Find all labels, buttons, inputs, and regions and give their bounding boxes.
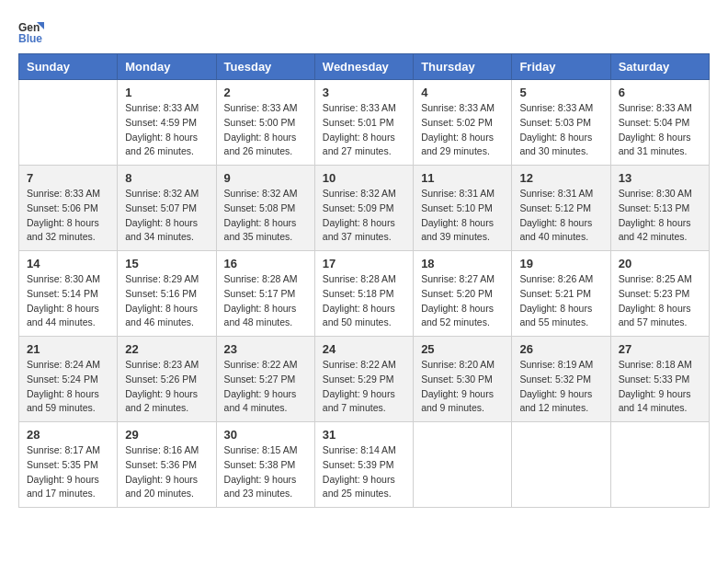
weekday-header-row: Sunday Monday Tuesday Wednesday Thursday… — [19, 54, 710, 80]
day-number: 22 — [125, 342, 208, 356]
calendar-cell: 22Sunrise: 8:23 AMSunset: 5:26 PMDayligh… — [118, 337, 216, 422]
day-detail: Sunrise: 8:31 AMSunset: 5:12 PMDaylight:… — [519, 188, 593, 242]
calendar-cell: 9Sunrise: 8:32 AMSunset: 5:08 PMDaylight… — [216, 166, 314, 251]
day-number: 6 — [619, 86, 701, 99]
calendar-cell — [512, 422, 610, 508]
day-number: 14 — [27, 257, 109, 270]
day-detail: Sunrise: 8:27 AMSunset: 5:20 PMDaylight:… — [421, 273, 495, 327]
calendar-cell: 15Sunrise: 8:29 AMSunset: 5:16 PMDayligh… — [118, 251, 216, 337]
calendar-cell: 13Sunrise: 8:30 AMSunset: 5:13 PMDayligh… — [610, 166, 709, 251]
calendar-cell: 11Sunrise: 8:31 AMSunset: 5:10 PMDayligh… — [414, 166, 512, 251]
day-detail: Sunrise: 8:24 AMSunset: 5:24 PMDaylight:… — [27, 359, 100, 413]
calendar-cell: 8Sunrise: 8:32 AMSunset: 5:07 PMDaylight… — [118, 166, 216, 251]
calendar-cell: 14Sunrise: 8:30 AMSunset: 5:14 PMDayligh… — [19, 251, 118, 337]
day-number: 26 — [519, 342, 602, 356]
calendar-cell: 17Sunrise: 8:28 AMSunset: 5:18 PMDayligh… — [314, 251, 413, 337]
day-number: 30 — [224, 428, 307, 442]
day-number: 19 — [519, 257, 602, 270]
day-detail: Sunrise: 8:33 AMSunset: 5:03 PMDaylight:… — [519, 102, 593, 156]
day-detail: Sunrise: 8:25 AMSunset: 5:23 PMDaylight:… — [619, 273, 692, 327]
logo: Gen Blue — [18, 18, 48, 44]
calendar-cell: 23Sunrise: 8:22 AMSunset: 5:27 PMDayligh… — [216, 337, 314, 422]
calendar-cell: 20Sunrise: 8:25 AMSunset: 5:23 PMDayligh… — [610, 251, 709, 337]
day-number: 27 — [619, 342, 701, 356]
calendar-cell: 28Sunrise: 8:17 AMSunset: 5:35 PMDayligh… — [19, 422, 118, 508]
calendar-cell: 5Sunrise: 8:33 AMSunset: 5:03 PMDaylight… — [512, 80, 610, 166]
calendar-cell: 27Sunrise: 8:18 AMSunset: 5:33 PMDayligh… — [610, 337, 709, 422]
day-number: 1 — [125, 86, 208, 99]
calendar-cell: 26Sunrise: 8:19 AMSunset: 5:32 PMDayligh… — [512, 337, 610, 422]
calendar-cell: 7Sunrise: 8:33 AMSunset: 5:06 PMDaylight… — [19, 166, 118, 251]
calendar-cell: 30Sunrise: 8:15 AMSunset: 5:38 PMDayligh… — [216, 422, 314, 508]
day-number: 11 — [421, 171, 504, 185]
header-tuesday: Tuesday — [216, 54, 314, 80]
day-number: 28 — [27, 428, 109, 442]
calendar-table: Sunday Monday Tuesday Wednesday Thursday… — [18, 53, 710, 508]
calendar-week-1: 1Sunrise: 8:33 AMSunset: 4:59 PMDaylight… — [19, 80, 710, 166]
calendar-cell: 1Sunrise: 8:33 AMSunset: 4:59 PMDaylight… — [118, 80, 216, 166]
calendar-cell: 29Sunrise: 8:16 AMSunset: 5:36 PMDayligh… — [118, 422, 216, 508]
day-detail: Sunrise: 8:33 AMSunset: 5:01 PMDaylight:… — [323, 102, 396, 156]
day-number: 21 — [27, 342, 109, 356]
day-number: 23 — [224, 342, 307, 356]
day-detail: Sunrise: 8:30 AMSunset: 5:13 PMDaylight:… — [619, 188, 692, 242]
calendar-cell: 18Sunrise: 8:27 AMSunset: 5:20 PMDayligh… — [414, 251, 512, 337]
day-detail: Sunrise: 8:16 AMSunset: 5:36 PMDaylight:… — [125, 444, 199, 499]
day-number: 24 — [323, 342, 405, 356]
calendar-cell — [414, 422, 512, 508]
day-detail: Sunrise: 8:33 AMSunset: 5:02 PMDaylight:… — [421, 102, 495, 156]
calendar-cell: 19Sunrise: 8:26 AMSunset: 5:21 PMDayligh… — [512, 251, 610, 337]
day-detail: Sunrise: 8:20 AMSunset: 5:30 PMDaylight:… — [421, 359, 495, 413]
header-monday: Monday — [118, 54, 216, 80]
day-detail: Sunrise: 8:22 AMSunset: 5:27 PMDaylight:… — [224, 359, 298, 413]
calendar-cell — [19, 80, 118, 166]
day-number: 12 — [519, 171, 602, 185]
calendar-cell: 31Sunrise: 8:14 AMSunset: 5:39 PMDayligh… — [314, 422, 413, 508]
header-saturday: Saturday — [610, 54, 709, 80]
day-number: 4 — [421, 86, 504, 99]
calendar-cell: 2Sunrise: 8:33 AMSunset: 5:00 PMDaylight… — [216, 80, 314, 166]
calendar-cell: 10Sunrise: 8:32 AMSunset: 5:09 PMDayligh… — [314, 166, 413, 251]
logo-icon: Gen Blue — [18, 18, 44, 44]
day-number: 13 — [619, 171, 701, 185]
header-friday: Friday — [512, 54, 610, 80]
day-number: 25 — [421, 342, 504, 356]
day-detail: Sunrise: 8:28 AMSunset: 5:18 PMDaylight:… — [323, 273, 396, 327]
day-detail: Sunrise: 8:26 AMSunset: 5:21 PMDaylight:… — [519, 273, 593, 327]
day-detail: Sunrise: 8:33 AMSunset: 5:04 PMDaylight:… — [619, 102, 692, 156]
header-sunday: Sunday — [19, 54, 118, 80]
day-detail: Sunrise: 8:33 AMSunset: 5:06 PMDaylight:… — [27, 188, 100, 242]
header-wednesday: Wednesday — [314, 54, 413, 80]
day-detail: Sunrise: 8:29 AMSunset: 5:16 PMDaylight:… — [125, 273, 199, 327]
header: Gen Blue — [18, 18, 710, 44]
day-number: 10 — [323, 171, 405, 185]
calendar-cell: 3Sunrise: 8:33 AMSunset: 5:01 PMDaylight… — [314, 80, 413, 166]
day-number: 2 — [224, 86, 307, 99]
day-number: 18 — [421, 257, 504, 270]
day-detail: Sunrise: 8:17 AMSunset: 5:35 PMDaylight:… — [27, 444, 100, 499]
calendar-week-4: 21Sunrise: 8:24 AMSunset: 5:24 PMDayligh… — [19, 337, 710, 422]
day-detail: Sunrise: 8:32 AMSunset: 5:07 PMDaylight:… — [125, 188, 199, 242]
day-detail: Sunrise: 8:23 AMSunset: 5:26 PMDaylight:… — [125, 359, 199, 413]
day-number: 5 — [519, 86, 602, 99]
day-detail: Sunrise: 8:22 AMSunset: 5:29 PMDaylight:… — [323, 359, 396, 413]
day-number: 31 — [323, 428, 405, 442]
day-number: 17 — [323, 257, 405, 270]
day-number: 9 — [224, 171, 307, 185]
day-detail: Sunrise: 8:28 AMSunset: 5:17 PMDaylight:… — [224, 273, 298, 327]
calendar-cell: 4Sunrise: 8:33 AMSunset: 5:02 PMDaylight… — [414, 80, 512, 166]
day-detail: Sunrise: 8:18 AMSunset: 5:33 PMDaylight:… — [619, 359, 692, 413]
day-detail: Sunrise: 8:32 AMSunset: 5:08 PMDaylight:… — [224, 188, 298, 242]
calendar-cell: 24Sunrise: 8:22 AMSunset: 5:29 PMDayligh… — [314, 337, 413, 422]
header-thursday: Thursday — [414, 54, 512, 80]
calendar-cell — [610, 422, 709, 508]
calendar-cell: 6Sunrise: 8:33 AMSunset: 5:04 PMDaylight… — [610, 80, 709, 166]
day-number: 29 — [125, 428, 208, 442]
day-number: 20 — [619, 257, 701, 270]
day-number: 15 — [125, 257, 208, 270]
calendar-week-3: 14Sunrise: 8:30 AMSunset: 5:14 PMDayligh… — [19, 251, 710, 337]
day-detail: Sunrise: 8:33 AMSunset: 5:00 PMDaylight:… — [224, 102, 298, 156]
day-detail: Sunrise: 8:30 AMSunset: 5:14 PMDaylight:… — [27, 273, 100, 327]
day-detail: Sunrise: 8:33 AMSunset: 4:59 PMDaylight:… — [125, 102, 199, 156]
day-detail: Sunrise: 8:31 AMSunset: 5:10 PMDaylight:… — [421, 188, 495, 242]
